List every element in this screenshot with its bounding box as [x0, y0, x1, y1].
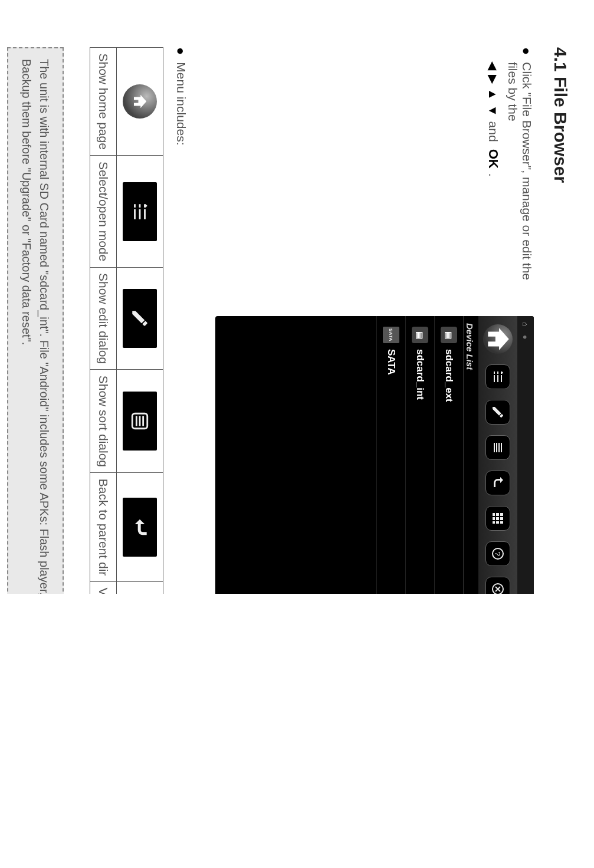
sdcard-icon: ▤	[412, 327, 428, 343]
sdcard-icon: ▤	[441, 327, 457, 343]
sata-icon: SATA	[383, 327, 399, 343]
svg-rect-15	[496, 521, 499, 524]
device-item-sdcard-int[interactable]: ▤ sdcard_int	[405, 316, 434, 594]
bullet-icon: ●	[506, 47, 534, 55]
arrow-up-icon: ▲	[487, 88, 500, 100]
svg-rect-5	[494, 375, 495, 382]
arrow-right-icon: ▶	[486, 75, 500, 84]
device-list-label: Device List	[463, 316, 478, 594]
svg-text:?: ?	[493, 551, 502, 555]
cell-label: Back to parent dir	[90, 473, 117, 582]
close-icon[interactable]	[485, 577, 510, 594]
svg-rect-13	[496, 513, 499, 516]
device-item-sata[interactable]: SATA SATA	[376, 316, 405, 594]
help-icon[interactable]: ?	[485, 541, 510, 566]
nav-keys-row: ◀ ▶ ▲ ▼ and OK.	[485, 61, 501, 295]
svg-rect-24	[134, 204, 136, 208]
note-box: The unit is with internal SD Card named …	[7, 47, 64, 594]
edit-icon[interactable]	[485, 400, 510, 425]
device-item-sdcard-ext[interactable]: ▤ sdcard_ext	[434, 316, 463, 594]
toolbar: ?	[478, 316, 517, 594]
cell-label: Show sort dialog	[90, 370, 117, 473]
cell-label: Show home page	[90, 48, 117, 156]
select-legend-icon	[123, 182, 157, 241]
sort-legend-icon	[123, 392, 157, 451]
svg-rect-31	[136, 416, 137, 426]
cell-label: View by thumbnail	[90, 581, 117, 594]
select-mode-icon[interactable]	[485, 364, 510, 389]
svg-rect-26	[139, 209, 141, 219]
sort-icon[interactable]	[485, 435, 510, 460]
svg-rect-4	[497, 375, 498, 382]
svg-rect-25	[144, 209, 146, 219]
svg-rect-1	[497, 371, 498, 374]
arrow-down-icon: ▼	[487, 105, 500, 117]
edit-legend-icon	[123, 289, 157, 348]
status-bar: ⌂ ● ⌨ 4:02 PM 🔉 🔊 ↩ ≡	[517, 316, 534, 594]
back-legend-icon	[123, 498, 157, 557]
cell-label: Select/open mode	[90, 156, 117, 267]
and-text: and	[486, 121, 500, 142]
svg-rect-9	[494, 443, 495, 452]
svg-rect-29	[142, 416, 144, 426]
svg-rect-23	[139, 204, 141, 208]
instruction-text: Click "File Browser", manage or edit the…	[506, 62, 534, 295]
section-title: 4.1 File Browser	[550, 47, 570, 594]
svg-rect-30	[139, 416, 141, 426]
svg-rect-17	[493, 517, 495, 520]
svg-rect-12	[500, 521, 503, 524]
ok-key-label: OK	[485, 149, 501, 169]
svg-rect-2	[494, 371, 495, 374]
svg-rect-27	[134, 209, 136, 219]
home-legend-icon	[123, 84, 157, 119]
bullet-icon: ●	[173, 47, 188, 55]
icon-legend-table: ? Show home page Select/open mode Show e…	[90, 47, 163, 594]
item-label: sdcard_int	[414, 349, 426, 400]
item-label: sdcard_ext	[443, 349, 455, 402]
arrow-left-icon: ◀	[486, 61, 500, 70]
period: .	[486, 173, 500, 177]
dot-icon: ●	[521, 335, 530, 340]
svg-rect-18	[493, 521, 495, 524]
svg-rect-14	[496, 517, 499, 520]
svg-rect-8	[496, 443, 497, 452]
menu-heading: Menu includes:	[173, 62, 188, 145]
back-parent-icon[interactable]	[485, 471, 510, 495]
home-button[interactable]	[483, 324, 513, 354]
svg-rect-7	[498, 443, 500, 452]
cell-label: Show edit dialog	[90, 267, 117, 370]
home-status-icon: ⌂	[521, 322, 530, 327]
svg-rect-3	[501, 375, 502, 382]
item-label: SATA	[385, 349, 397, 375]
screenshot-file-browser: ⌂ ● ⌨ 4:02 PM 🔉 🔊 ↩ ≡	[215, 316, 534, 594]
svg-rect-16	[493, 513, 495, 516]
thumbnail-icon[interactable]	[485, 506, 510, 531]
svg-rect-11	[500, 517, 503, 520]
svg-rect-10	[500, 513, 503, 516]
svg-rect-6	[501, 443, 502, 452]
